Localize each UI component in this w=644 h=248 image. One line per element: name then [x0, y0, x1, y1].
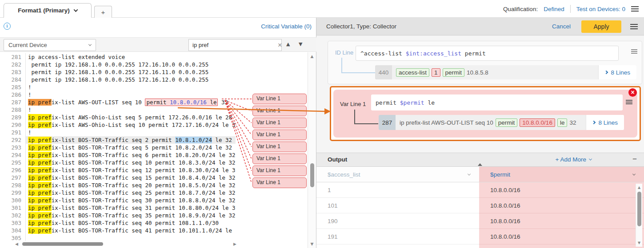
line-text: ! — [26, 91, 236, 98]
app-root: Format1 (Primary) + Qualification: Defin… — [0, 0, 644, 248]
var-line-chip[interactable]: Var Line 1 — [252, 118, 307, 128]
scrollbar-thumb[interactable] — [310, 163, 314, 187]
code-line[interactable]: 299ip prefix-list BOS-TOR-Traffic seq 25… — [0, 189, 316, 197]
line-number: 299 — [0, 189, 26, 197]
code-line[interactable]: 304ip prefix-list BOS-TOR-Traffic seq 41… — [0, 227, 316, 234]
code-horizontal-scrollbar[interactable]: ◀ ▶ — [15, 241, 236, 248]
column-header-permit[interactable]: $permit — [479, 167, 644, 182]
var-line-chip[interactable]: Var Line 1 — [252, 94, 307, 104]
scroll-up-icon[interactable]: ▲ — [308, 54, 316, 59]
scrollbar-thumb[interactable] — [637, 192, 641, 226]
line-number: 302 — [0, 212, 26, 219]
table-row[interactable]: 19010.8.0.0/16 — [316, 213, 644, 229]
line-number: 292 — [0, 136, 26, 144]
matched-pattern-box: permit 10.8.0.0/16 le — [145, 98, 218, 106]
line-number: 295 — [0, 159, 26, 166]
line-text: ip prefix-list BOS-TOR-Traffic seq 40 pe… — [26, 219, 236, 227]
scrollbar-thumb[interactable] — [22, 242, 103, 246]
var-line-chip[interactable]: Var Line 1 — [252, 106, 307, 116]
line-text: ! — [26, 106, 236, 114]
device-select-value: Current Device — [8, 42, 47, 48]
output-title: Output — [328, 156, 347, 163]
filter-bar: Current Device × ▲ ▼ — [0, 37, 316, 52]
find-next-button[interactable]: ▼ — [299, 41, 302, 47]
tab-format1-label: Format1 (Primary) — [18, 7, 69, 14]
close-icon[interactable]: × — [628, 88, 637, 97]
critical-variable-link[interactable]: Critical Variable (0) — [261, 23, 312, 30]
var-line-chip[interactable]: Var Line 1 — [252, 177, 307, 188]
add-tab-label: + — [101, 8, 105, 16]
scroll-left-icon[interactable]: ◀ — [15, 242, 18, 246]
collector-body: ID Line ^access-list $int:access_list pe… — [316, 35, 644, 153]
var-line-menu-icon[interactable] — [626, 102, 632, 102]
sample-token: le — [557, 118, 568, 127]
chevron-down-icon — [88, 43, 92, 46]
cell-permit — [479, 244, 644, 248]
find-previous-button[interactable]: ▲ — [286, 41, 290, 47]
divider — [570, 5, 571, 13]
table-row[interactable] — [316, 244, 644, 248]
line-text: ip access-list extended voice — [26, 53, 236, 61]
code-line[interactable]: 303ip prefix-list BOS-TOR-Traffic seq 40… — [0, 219, 316, 227]
code-line[interactable]: 281ip access-list extended voice — [0, 53, 316, 61]
code-line[interactable]: 302ip prefix-list BOS-TOR-Traffic seq 35… — [0, 212, 316, 219]
tab-format1-primary[interactable]: Format1 (Primary) — [4, 3, 92, 18]
output-table-body: 110.8.0.0/1610110.8.0.0/1619010.8.0.0/16… — [316, 182, 644, 248]
sample-tokens: ip prefix-list AWS-OUT-LIST seq 10permit… — [396, 115, 576, 130]
add-more-button[interactable]: + Add More — [556, 156, 592, 163]
cell-access-list: 101 — [316, 198, 479, 213]
var-line-sample-row[interactable]: 287 ip prefix-list AWS-OUT-LIST seq 10pe… — [379, 115, 624, 130]
var-line-chip[interactable]: Var Line 1 — [252, 142, 307, 152]
line-text: permit ip 192.168.1.0 0.0.0.255 172.16.1… — [26, 76, 236, 83]
line-text: ip prefix-list BOS-TOR-Traffic seq 6 per… — [26, 151, 236, 159]
line-text: ip prefix-list AWS-Ohio-List seq 10 perm… — [26, 121, 236, 129]
expand-lines-button[interactable]: 8 Lines — [598, 65, 636, 79]
table-row[interactable]: 110.8.0.0/16 — [316, 182, 644, 198]
collector-menu-icon[interactable] — [630, 26, 638, 27]
scroll-down-icon[interactable]: ▼ — [308, 242, 316, 246]
info-icon[interactable]: i — [4, 23, 11, 30]
line-text: ip prefix-list BOS-TOR-Traffic seq 2 per… — [26, 136, 236, 144]
sample-token: 32 — [569, 119, 576, 126]
menu-icon[interactable] — [631, 8, 639, 9]
clear-search-icon[interactable]: × — [274, 41, 285, 49]
code-line[interactable]: 300ip prefix-list BOS-TOR-Traffic seq 30… — [0, 197, 316, 204]
code-line[interactable]: 283 permit ip 192.168.1.0 0.0.0.255 172.… — [0, 68, 316, 76]
code-line[interactable]: 301ip prefix-list BOS-TOR-Traffic seq 31… — [0, 204, 316, 212]
scroll-up-icon[interactable]: ▲ — [636, 185, 642, 189]
pattern-suffix: permit — [461, 50, 486, 57]
scroll-down-icon[interactable]: ▼ — [636, 241, 642, 245]
var-line-chip[interactable]: Var Line 1 — [252, 130, 307, 140]
column-header-access-list[interactable]: $access_list — [316, 167, 479, 182]
id-line-sample-row[interactable]: 440 access-list1permit10.8.5.8 8 Lines — [375, 65, 636, 79]
scroll-right-icon[interactable]: ▶ — [233, 242, 236, 246]
qualification-value-link[interactable]: Defined — [544, 6, 564, 12]
table-row[interactable]: 19110.8.0.0/16 — [316, 229, 644, 244]
collapse-panel-icon[interactable] — [478, 156, 483, 164]
code-line[interactable]: 284 permit ip 192.168.1.0 0.0.0.255 172.… — [0, 76, 316, 83]
line-text: permit ip 192.168.1.0 0.0.0.255 172.16.1… — [26, 68, 236, 76]
apply-button[interactable]: Apply — [581, 20, 621, 33]
search-input[interactable] — [189, 42, 274, 48]
var-line-pattern-input[interactable]: permit $permit le — [371, 94, 623, 110]
cancel-button[interactable]: Cancel — [552, 23, 571, 30]
code-line[interactable]: 282 permit ip 192.168.1.0 0.0.0.255 172.… — [0, 61, 316, 68]
top-tab-bar: Format1 (Primary) + Qualification: Defin… — [0, 0, 644, 18]
code-line[interactable]: 285! — [0, 83, 316, 91]
remove-column-button[interactable]: − — [632, 155, 637, 164]
id-line-menu-icon[interactable] — [631, 51, 637, 52]
cell-access-list: 190 — [316, 213, 479, 229]
collector-title: Collector1, Type: Collector — [326, 23, 552, 30]
line-number: 301 — [0, 204, 26, 212]
add-tab-button[interactable]: + — [94, 6, 112, 18]
table-row[interactable]: 10110.8.0.0/16 — [316, 198, 644, 213]
line-number: 283 — [0, 68, 26, 76]
var-line-chip[interactable]: Var Line 1 — [252, 154, 307, 164]
expand-lines-button[interactable]: 8 Lines — [586, 115, 624, 130]
code-vertical-scrollbar[interactable]: ▲ ▼ — [308, 52, 316, 248]
test-on-devices-link[interactable]: Test on Devices: 0 — [576, 6, 625, 12]
output-vertical-scrollbar[interactable]: ▲ ▼ — [636, 184, 642, 247]
id-line-pattern-input[interactable]: ^access-list $int:access_list permit — [356, 46, 619, 61]
var-line-chip[interactable]: Var Line 1 — [252, 165, 307, 176]
device-select[interactable]: Current Device — [4, 39, 96, 51]
